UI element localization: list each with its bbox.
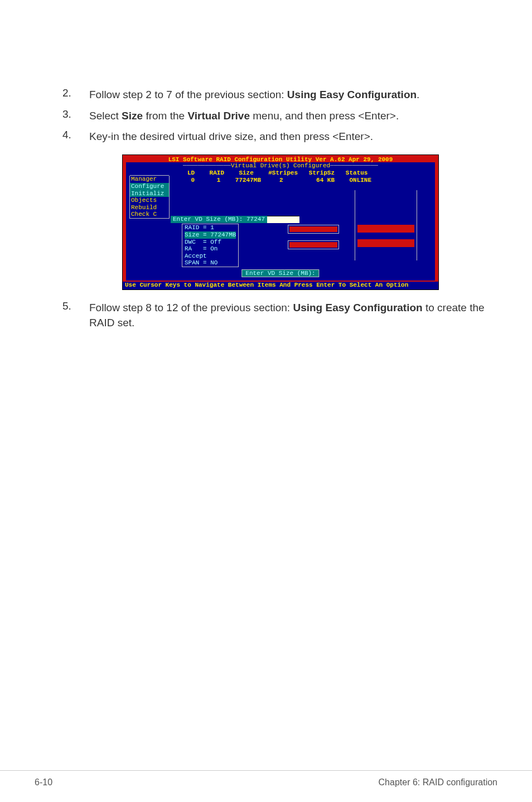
step-3-number: 3. — [62, 108, 89, 124]
step-2-number: 2. — [62, 87, 89, 103]
step-3-post: menu, and then press <Enter>. — [250, 110, 399, 122]
enter-vd-size-status: Enter VD Size (MB): — [241, 269, 319, 278]
drive-bar-1 — [288, 225, 339, 234]
menu-configure[interactable]: Configure — [130, 183, 169, 190]
step-3-mid: from the — [143, 110, 187, 122]
right-bar-1 — [357, 225, 414, 233]
vd-columns-row: 0 1 77247MB 2 64 KB ONLINE — [127, 177, 434, 184]
step-5-text: Follow step 8 to 12 of the previous sect… — [89, 300, 499, 331]
right-drive-column — [355, 190, 417, 260]
vd-configured-header: ─────────────Virtual Drive(s) Configured… — [127, 162, 434, 170]
utility-footer-hint: Use Cursor Keys to Navigate Between Item… — [123, 282, 438, 289]
step-3-bold1: Size — [122, 110, 143, 122]
right-bar-2 — [357, 239, 414, 247]
vd-prop-size[interactable]: Size = 77247MB — [185, 231, 236, 239]
drive-bar-2 — [288, 240, 339, 249]
step-4-number: 4. — [62, 129, 89, 144]
menu-initialize[interactable]: Initializ — [130, 190, 169, 197]
menu-objects[interactable]: Objects — [130, 197, 169, 204]
step-5-bold: Using Easy Configuration — [293, 302, 422, 313]
vd-header-label: Virtual Drive(s) Configured — [231, 162, 330, 169]
menu-manager[interactable]: Manager — [130, 175, 169, 183]
vd-prop-ra[interactable]: RA = On — [185, 245, 236, 253]
step-4-text: Key-in the desired virtual drive size, a… — [89, 129, 499, 144]
vd-columns-header: LD RAID Size #Stripes StripSz Status — [127, 170, 434, 177]
side-menu: Manager Configure Initializ Objects Rebu… — [129, 176, 170, 219]
center-drive-bars — [288, 190, 339, 249]
step-5-number: 5. — [62, 300, 89, 331]
vd-prop-raid: RAID = 1 — [185, 224, 236, 231]
vd-prop-dwc[interactable]: DWC = Off — [185, 239, 236, 246]
menu-rebuild[interactable]: Rebuild — [130, 204, 169, 211]
bios-screenshot: LSI Software RAID Configuration Utility … — [122, 154, 439, 290]
utility-title: LSI Software RAID Configuration Utility … — [123, 155, 438, 163]
vd-prop-accept[interactable]: Accept — [185, 253, 236, 260]
step-2-text: Follow step 2 to 7 of the previous secti… — [89, 87, 499, 103]
step-3-pre: Select — [89, 110, 122, 122]
step-2-bold: Using Easy Configuration — [287, 89, 417, 100]
enter-vd-size-label: Enter VD Size (MB): 77247 — [171, 216, 267, 223]
vd-prop-span[interactable]: SPAN = NO — [185, 259, 236, 267]
step-3-text: Select Size from the Virtual Drive menu,… — [89, 108, 499, 124]
step-5-pre: Follow step 8 to 12 of the previous sect… — [89, 302, 293, 313]
vd-properties-box: RAID = 1 Size = 77247MB DWC = Off RA = O… — [182, 224, 239, 267]
step-2-pre: Follow step 2 to 7 of the previous secti… — [89, 89, 287, 100]
step-3-bold2: Virtual Drive — [187, 110, 250, 122]
step-2-post: . — [417, 89, 419, 100]
menu-check[interactable]: Check C — [130, 211, 169, 218]
